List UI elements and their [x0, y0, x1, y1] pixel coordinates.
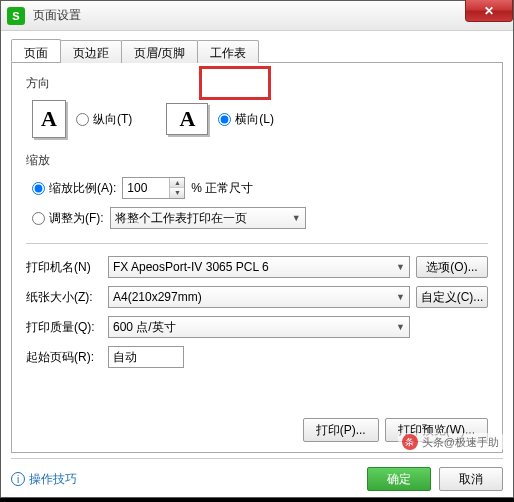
spinner-buttons: ▲ ▼ [169, 178, 184, 198]
orientation-label: 方向 [26, 75, 488, 92]
footer: i 操作技巧 确定 取消 [11, 458, 503, 491]
window-title: 页面设置 [33, 7, 81, 24]
portrait-radio-input[interactable] [76, 113, 89, 126]
fit-select-value: 将整个工作表打印在一页 [115, 210, 247, 227]
print-button[interactable]: 打印(P)... [303, 418, 379, 442]
scale-ratio-radio[interactable]: 缩放比例(A): [32, 180, 116, 197]
scale-label: 缩放 [26, 152, 488, 169]
orientation-row: A 纵向(T) A 横向(L) [26, 100, 488, 138]
tab-page[interactable]: 页面 [11, 39, 61, 62]
close-button[interactable]: ✕ [465, 0, 513, 22]
tab-header-footer[interactable]: 页眉/页脚 [121, 40, 198, 63]
print-quality-row: 打印质量(Q): 600 点/英寸 ▼ [26, 316, 488, 338]
watermark: 条 头条@极速手助 [398, 433, 503, 451]
tab-sheet[interactable]: 工作表 [197, 40, 259, 63]
chevron-down-icon: ▼ [396, 292, 405, 302]
divider [26, 243, 488, 244]
scale-input[interactable] [123, 178, 169, 198]
scale-suffix: % 正常尺寸 [191, 180, 253, 197]
landscape-icon: A [166, 103, 208, 135]
tab-panel: 方向 A 纵向(T) A 横向(L) 缩放 缩放比例(A): [11, 63, 503, 453]
chevron-down-icon: ▼ [396, 262, 405, 272]
start-page-label: 起始页码(R): [26, 349, 102, 366]
scale-ratio-radio-input[interactable] [32, 182, 45, 195]
tips-link[interactable]: i 操作技巧 [11, 471, 77, 488]
app-icon: S [7, 7, 25, 25]
portrait-radio-label: 纵向(T) [93, 111, 132, 128]
tips-label: 操作技巧 [29, 471, 77, 488]
tab-bar: 页面 页边距 页眉/页脚 工作表 [11, 39, 503, 63]
print-quality-select[interactable]: 600 点/英寸 ▼ [108, 316, 410, 338]
scale-fit-radio-input[interactable] [32, 212, 45, 225]
watermark-icon: 条 [402, 434, 418, 450]
dialog-window: S 页面设置 ✕ 页面 页边距 页眉/页脚 工作表 方向 A 纵向(T) A [0, 0, 514, 498]
landscape-radio-label: 横向(L) [235, 111, 274, 128]
landscape-radio-input[interactable] [218, 113, 231, 126]
paper-size-label: 纸张大小(Z): [26, 289, 102, 306]
scale-spinner[interactable]: ▲ ▼ [122, 177, 185, 199]
printer-name-select[interactable]: FX ApeosPort-IV 3065 PCL 6 ▼ [108, 256, 410, 278]
fit-select[interactable]: 将整个工作表打印在一页 ▼ [110, 207, 306, 229]
paper-size-select[interactable]: A4(210x297mm) ▼ [108, 286, 410, 308]
dialog-body: 页面 页边距 页眉/页脚 工作表 方向 A 纵向(T) A 横向(L) [1, 31, 513, 497]
start-page-row: 起始页码(R): [26, 346, 488, 368]
scale-fit-radio[interactable]: 调整为(F): [32, 210, 104, 227]
printer-name-value: FX ApeosPort-IV 3065 PCL 6 [113, 260, 269, 274]
start-page-input[interactable] [108, 346, 184, 368]
options-button[interactable]: 选项(O)... [416, 256, 488, 278]
watermark-text: 头条@极速手助 [422, 435, 499, 450]
printer-name-row: 打印机名(N) FX ApeosPort-IV 3065 PCL 6 ▼ 选项(… [26, 256, 488, 278]
portrait-icon: A [32, 100, 66, 138]
landscape-radio[interactable]: 横向(L) [218, 111, 274, 128]
print-quality-value: 600 点/英寸 [113, 319, 176, 336]
paper-size-value: A4(210x297mm) [113, 290, 202, 304]
portrait-radio[interactable]: 纵向(T) [76, 111, 132, 128]
chevron-down-icon: ▼ [396, 322, 405, 332]
printer-name-label: 打印机名(N) [26, 259, 102, 276]
spin-up-icon[interactable]: ▲ [170, 178, 184, 188]
tab-margins[interactable]: 页边距 [60, 40, 122, 63]
scale-fit-row: 调整为(F): 将整个工作表打印在一页 ▼ [26, 207, 488, 229]
print-quality-label: 打印质量(Q): [26, 319, 102, 336]
spin-down-icon[interactable]: ▼ [170, 188, 184, 198]
paper-size-row: 纸张大小(Z): A4(210x297mm) ▼ 自定义(C)... [26, 286, 488, 308]
cancel-button[interactable]: 取消 [439, 467, 503, 491]
ok-button[interactable]: 确定 [367, 467, 431, 491]
scale-fit-label: 调整为(F): [49, 210, 104, 227]
chevron-down-icon: ▼ [292, 213, 301, 223]
footer-buttons: 确定 取消 [367, 467, 503, 491]
titlebar: S 页面设置 ✕ [1, 1, 513, 31]
scale-ratio-label: 缩放比例(A): [49, 180, 116, 197]
custom-button[interactable]: 自定义(C)... [416, 286, 488, 308]
info-icon: i [11, 472, 25, 486]
scale-ratio-row: 缩放比例(A): ▲ ▼ % 正常尺寸 [26, 177, 488, 199]
